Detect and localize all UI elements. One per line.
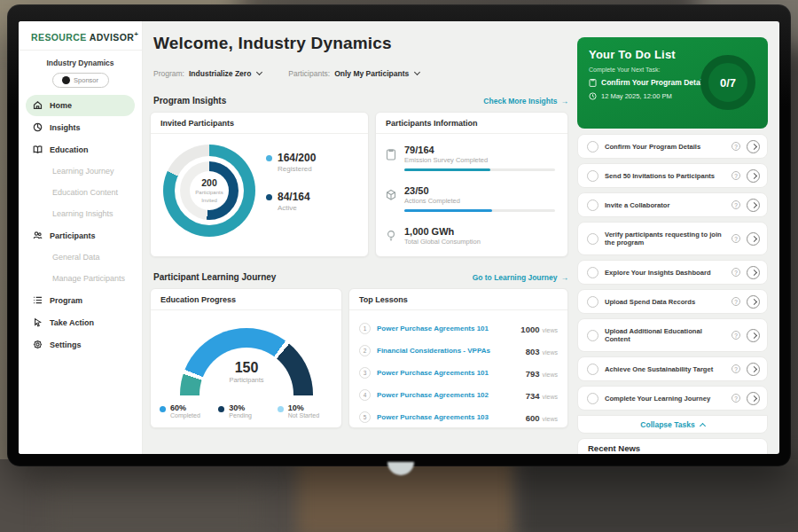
task-row-achieve-target[interactable]: Achieve One Sustainability Target ?: [577, 356, 768, 381]
task-row-upload-spend-data[interactable]: Upload Spend Data Records ?: [577, 289, 768, 314]
survey-icon: [386, 145, 397, 171]
active-label: Active: [278, 204, 310, 212]
checkbox-icon[interactable]: [587, 267, 598, 278]
chevron-right-icon[interactable]: [747, 232, 760, 246]
task-label: Explore Your Insights Dashboard: [605, 269, 725, 277]
sidebar-item-settings[interactable]: Settings: [26, 334, 135, 356]
take-action-icon: [33, 317, 43, 327]
link-label: Go to Learning Journey: [473, 273, 558, 282]
task-label: Upload Additional Educational Content: [605, 327, 725, 343]
legend-not-started: 10% Not Started: [278, 403, 336, 419]
legend-label: Pending: [229, 412, 252, 419]
chevron-down-icon: [256, 69, 262, 75]
views-suffix: views: [542, 394, 558, 400]
sidebar-item-label: Program: [50, 296, 82, 305]
checkbox-icon[interactable]: [587, 364, 598, 375]
stat-label: Actions Completed: [404, 197, 555, 205]
task-row-send-invitations[interactable]: Send 50 Invitations to Participants ?: [577, 163, 768, 188]
checkbox-icon[interactable]: [587, 200, 598, 211]
card-title: Education Progress: [151, 289, 341, 310]
task-row-verify-participants[interactable]: Verify participants requesting to join t…: [577, 222, 768, 255]
task-row-complete-learning-journey[interactable]: Complete Your Learning Journey ?: [577, 386, 768, 411]
task-label: Invite a Collaborator: [605, 201, 725, 209]
lesson-link[interactable]: Power Purchase Agreements 101: [377, 325, 514, 332]
sidebar-item-participants[interactable]: Participants: [26, 225, 135, 246]
check-more-insights-link[interactable]: Check More Insights →: [483, 97, 568, 106]
chevron-right-icon[interactable]: [747, 295, 760, 309]
todo-summary-card: Your To Do List Complete Your Next Task:…: [577, 37, 768, 129]
sidebar-item-learning-journey[interactable]: Learning Journey: [26, 161, 135, 182]
sidebar-item-learning-insights[interactable]: Learning Insights: [26, 204, 135, 224]
task-label: Confirm Your Program Details: [605, 143, 725, 151]
education-icon: [33, 145, 43, 154]
task-row-upload-educational-content[interactable]: Upload Additional Educational Content ?: [577, 318, 768, 352]
sidebar-item-label: Manage Participants: [52, 274, 125, 283]
legend-dot-icon: [266, 155, 272, 161]
gauge-center-label: Participants: [180, 376, 313, 384]
todo-next-task: Confirm Your Program Details: [601, 78, 708, 87]
sidebar-item-program[interactable]: Program: [26, 290, 135, 311]
chevron-right-icon[interactable]: [747, 199, 760, 212]
lesson-link[interactable]: Power Purchase Agreements 101: [377, 369, 520, 377]
section-title-learning-journey: Participant Learning Journey: [153, 272, 276, 282]
participants-value: Only My Participants: [334, 69, 409, 78]
lesson-link[interactable]: Power Purchase Agreements 102: [377, 391, 520, 399]
checkbox-icon[interactable]: [587, 141, 598, 153]
task-label: Send 50 Invitations to Participants: [605, 172, 725, 180]
checkbox-icon[interactable]: [587, 170, 598, 182]
sidebar-item-take-action[interactable]: Take Action: [26, 312, 135, 333]
views-suffix: views: [542, 327, 558, 333]
insights-icon: [33, 122, 43, 132]
lesson-row: 1 Power Purchase Agreements 101 1000view…: [359, 317, 558, 339]
collapse-tasks-button[interactable]: Collapse Tasks: [577, 415, 768, 434]
lesson-row: 3 Power Purchase Agreements 101 793views: [359, 362, 558, 383]
checkbox-icon[interactable]: [587, 330, 598, 341]
chevron-right-icon[interactable]: [747, 329, 760, 342]
app-logo: RESOURCE ADVISOR+: [19, 21, 142, 51]
sponsor-icon: [62, 76, 70, 84]
sidebar-item-manage-participants[interactable]: Manage Participants: [26, 269, 135, 289]
gauge-center-value: 150: [180, 360, 313, 376]
sidebar-item-insights[interactable]: Insights: [26, 117, 135, 138]
checkbox-icon[interactable]: [587, 296, 598, 308]
participants-label: Participants:: [288, 69, 330, 78]
donut-center-label: Participants: [195, 190, 223, 196]
filter-bar: Program: Industrialize Zero Participants…: [153, 69, 419, 78]
task-row-confirm-program[interactable]: Confirm Your Program Details ?: [577, 134, 768, 159]
sidebar-item-label: Learning Journey: [52, 167, 114, 176]
question-icon: ?: [732, 142, 740, 151]
lesson-link[interactable]: Power Purchase Agreements 103: [377, 413, 520, 421]
chevron-right-icon[interactable]: [747, 363, 760, 376]
task-row-invite-collaborator[interactable]: Invite a Collaborator ?: [577, 192, 768, 217]
sidebar-item-education[interactable]: Education: [26, 139, 135, 160]
lesson-rank: 1: [359, 323, 371, 334]
chevron-right-icon[interactable]: [747, 266, 760, 279]
participants-dropdown[interactable]: Participants: Only My Participants: [288, 69, 419, 78]
sidebar-item-home[interactable]: Home: [26, 95, 135, 116]
lesson-views: 734: [526, 391, 540, 401]
arrow-right-icon: →: [561, 97, 569, 106]
monitor-bezel: RESOURCE ADVISOR+ Industry Dynamics Spon…: [7, 4, 791, 466]
participants-information-card: Participants Information 79/164 Emission…: [375, 112, 568, 257]
legend-dot-icon: [266, 194, 272, 200]
sponsor-badge[interactable]: Sponsor: [52, 73, 109, 88]
chevron-right-icon[interactable]: [747, 392, 760, 405]
program-dropdown[interactable]: Program: Industrialize Zero: [153, 69, 262, 78]
legend-value: 10%: [288, 403, 319, 412]
task-row-explore-insights[interactable]: Explore Your Insights Dashboard ?: [577, 260, 768, 285]
question-icon: ?: [732, 268, 740, 277]
task-list: Confirm Your Program Details ? Send 50 I…: [577, 134, 768, 411]
sidebar-item-label: Settings: [50, 340, 82, 349]
recent-news-title: Recent News: [578, 439, 767, 454]
checkbox-icon[interactable]: [587, 393, 598, 404]
chevron-right-icon[interactable]: [747, 140, 760, 153]
sidebar-item-general-data[interactable]: General Data: [26, 247, 135, 268]
sidebar-item-label: General Data: [52, 253, 100, 262]
lesson-views: 803: [526, 347, 540, 356]
lesson-link[interactable]: Financial Considerations - VPPAs: [377, 347, 520, 355]
go-to-learning-journey-link[interactable]: Go to Learning Journey →: [473, 273, 568, 282]
chevron-right-icon[interactable]: [747, 169, 760, 183]
checkbox-icon[interactable]: [587, 233, 598, 245]
sidebar-item-education-content[interactable]: Education Content: [26, 183, 135, 203]
card-title: Top Lessons: [349, 289, 567, 310]
